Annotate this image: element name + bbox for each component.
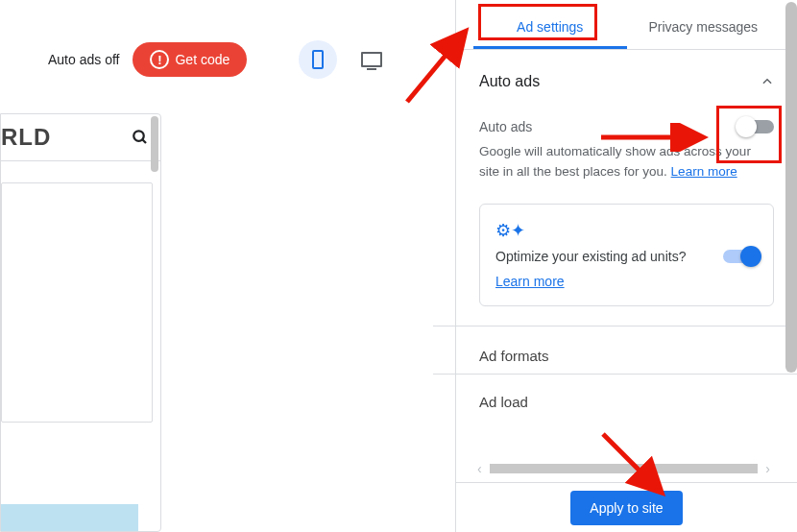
auto-ads-row-label: Auto ads (479, 119, 532, 134)
preview-content-box (1, 182, 153, 423)
search-icon[interactable] (132, 129, 149, 146)
preview-pane: Auto ads off ! Get code RLD (0, 0, 449, 532)
svg-line-1 (142, 139, 146, 143)
apply-to-site-button[interactable]: Apply to site (570, 491, 682, 525)
ad-load-header[interactable]: Ad load (456, 375, 797, 416)
mobile-device-button[interactable] (299, 40, 337, 79)
auto-ads-status-label: Auto ads off (48, 52, 119, 67)
panel-scrollbar[interactable] (785, 2, 797, 373)
ad-formats-header[interactable]: Ad formats (456, 326, 797, 374)
auto-ads-help-text: Google will automatically show ads acros… (479, 142, 774, 194)
tab-ad-settings[interactable]: Ad settings (473, 8, 627, 49)
preview-ad-banner (1, 504, 138, 531)
optimize-toggle[interactable] (723, 250, 758, 263)
preview-header: RLD (1, 114, 160, 161)
tab-privacy-messages[interactable]: Privacy messages (627, 8, 781, 49)
alert-icon: ! (150, 50, 169, 69)
settings-panel: Ad settings Privacy messages Auto ads Au… (455, 0, 797, 532)
preview-site-title: RLD (1, 124, 51, 151)
chevron-right-icon[interactable]: › (761, 461, 774, 476)
device-switcher (299, 40, 391, 79)
auto-ads-toggle[interactable] (739, 120, 774, 133)
optimize-label: Optimize your existing ad units? (495, 249, 686, 264)
svg-point-0 (133, 131, 144, 141)
horizontal-scroll[interactable]: ‹ › (473, 461, 774, 476)
optimize-learn-more-link[interactable]: Learn more (495, 274, 565, 289)
auto-ads-toggle-row: Auto ads (479, 102, 774, 142)
auto-ads-header[interactable]: Auto ads (479, 50, 774, 102)
preview-scrollbar[interactable] (151, 116, 158, 172)
desktop-icon (361, 52, 382, 67)
get-code-button[interactable]: ! Get code (133, 42, 247, 77)
chevron-up-icon (761, 75, 774, 88)
hscroll-track[interactable] (490, 464, 759, 473)
auto-ads-title: Auto ads (479, 73, 540, 90)
chevron-left-icon[interactable]: ‹ (473, 461, 486, 476)
panel-tabs: Ad settings Privacy messages (456, 8, 797, 50)
site-preview: RLD (0, 113, 161, 532)
desktop-device-button[interactable] (352, 40, 391, 79)
panel-footer: Apply to site (456, 482, 797, 532)
gear-sparkle-icon: ⚙✦ (495, 220, 758, 241)
auto-ads-section: Auto ads Auto ads Google will automatica… (456, 50, 797, 306)
optimize-card: ⚙✦ Optimize your existing ad units? Lear… (479, 204, 774, 306)
top-controls: Auto ads off ! Get code (0, 0, 449, 79)
phone-icon (312, 50, 324, 69)
get-code-label: Get code (175, 52, 229, 67)
learn-more-link[interactable]: Learn more (671, 164, 737, 179)
